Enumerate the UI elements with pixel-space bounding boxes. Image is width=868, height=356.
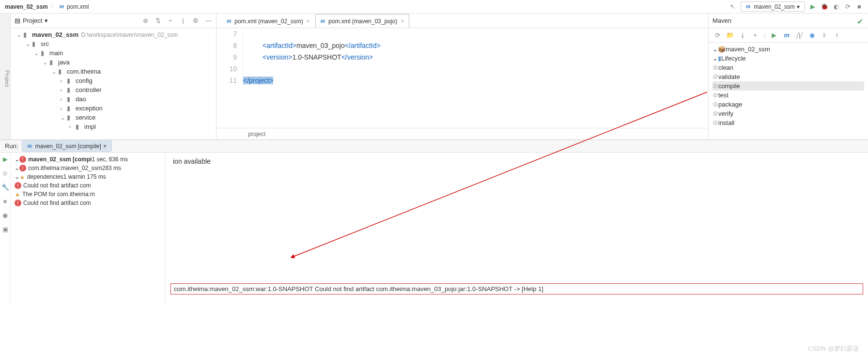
- code-line[interactable]: <artifactId>maven_03_pojo</artifactId>: [263, 40, 381, 51]
- tree-folder[interactable]: exception: [76, 105, 103, 112]
- maven-icon: m: [27, 142, 31, 150]
- add-icon[interactable]: +: [751, 31, 759, 39]
- tree-folder[interactable]: config: [76, 77, 93, 84]
- console-line: ion available: [173, 157, 861, 165]
- tree-folder[interactable]: service: [76, 114, 95, 121]
- separator: |: [179, 17, 187, 25]
- collapse-all-icon[interactable]: ÷: [167, 17, 174, 25]
- collapse-all-icon[interactable]: ⫲: [833, 31, 841, 39]
- tree-java[interactable]: java: [58, 59, 70, 66]
- run-root[interactable]: maven_02_ssm [compi: [28, 156, 92, 163]
- run-config-name: maven_02_ssm: [754, 3, 795, 10]
- maven-panel-title[interactable]: Maven: [713, 17, 731, 24]
- run-button[interactable]: ▶: [809, 3, 817, 11]
- maven-phase-compile[interactable]: compile: [718, 82, 740, 90]
- console-output[interactable]: ion available com.itheima:maven_02_ssm:w…: [166, 153, 868, 304]
- maven-icon: m: [321, 17, 325, 25]
- toggle-offline-icon[interactable]: ⧸|⧸: [795, 31, 803, 39]
- debug-button[interactable]: 🐞: [821, 3, 828, 11]
- tree-project-root[interactable]: maven_02_ssm: [32, 31, 78, 38]
- reload-icon[interactable]: ⟳: [713, 31, 721, 39]
- maven-phase[interactable]: test: [718, 92, 728, 99]
- code-line[interactable]: [263, 63, 381, 75]
- rerun-icon[interactable]: ▶: [3, 155, 8, 163]
- breadcrumb: maven_02_ssm 〉 m pom.xml: [5, 2, 89, 11]
- maven-phase[interactable]: validate: [718, 73, 740, 80]
- breadcrumb-file[interactable]: pom.xml: [67, 3, 89, 10]
- project-panel-header: ▤ Project ▾ ⊕ ⇅ ÷ | ⚙ —: [11, 14, 216, 28]
- close-icon[interactable]: ×: [307, 18, 310, 25]
- maven-phase[interactable]: clean: [718, 64, 733, 71]
- project-tree[interactable]: ⌄▮maven_02_ssmD:\workspace\maven\maven_0…: [11, 28, 216, 139]
- editor-tab-active[interactable]: mpom.xml (maven_03_pojo)×: [315, 14, 409, 28]
- run-module[interactable]: com.itheima:maven_02_ssm: [28, 165, 102, 171]
- run-error-item[interactable]: Could not find artifact com: [23, 200, 91, 206]
- close-icon[interactable]: ×: [401, 18, 404, 25]
- pin-icon[interactable]: ■: [3, 198, 7, 205]
- run-tab[interactable]: mmaven_02_ssm [compile]×: [22, 140, 111, 152]
- toggle-skip-tests-icon[interactable]: ◉: [808, 31, 816, 39]
- maven-phase[interactable]: verify: [718, 110, 733, 117]
- code-line[interactable]: [263, 28, 381, 40]
- tree-main[interactable]: main: [49, 49, 63, 57]
- maven-panel-header: Maven: [709, 14, 868, 28]
- tree-folder[interactable]: dao: [76, 95, 86, 103]
- project-tool-strip[interactable]: Project: [0, 14, 11, 139]
- close-icon[interactable]: ×: [103, 143, 107, 150]
- error-icon: !: [19, 156, 26, 163]
- code-line[interactable]: <version>1.0-SNAPSHOT</version>: [263, 51, 381, 63]
- topbar: maven_02_ssm 〉 m pom.xml ↖ m maven_02_ss…: [0, 0, 868, 14]
- editor-breadcrumb[interactable]: project: [217, 128, 708, 139]
- tree-root-path: D:\workspace\maven\maven_02_ssm: [81, 31, 178, 38]
- maven-icon: m: [746, 3, 750, 10]
- maven-project-node[interactable]: maven_02_ssm: [726, 46, 770, 53]
- run-deps[interactable]: dependencies: [27, 173, 63, 180]
- console-error-highlight[interactable]: com.itheima:maven_02_ssm:war:1.0-SNAPSHO…: [170, 283, 863, 294]
- maven-phase[interactable]: install: [718, 119, 734, 126]
- maven-tree[interactable]: ⌄ 📦 maven_02_ssm ⌄ ▮ Lifecycle ⚙ clean ⚙…: [709, 43, 868, 129]
- stop-icon[interactable]: ⊘: [2, 170, 8, 177]
- project-panel-title[interactable]: ▤ Project ▾: [15, 17, 48, 24]
- select-opened-icon[interactable]: ⊕: [141, 17, 149, 25]
- settings-gear-icon[interactable]: ⚙: [192, 17, 200, 25]
- stop-button[interactable]: ■: [855, 3, 863, 11]
- execute-goal-icon[interactable]: m: [783, 31, 790, 39]
- maven-lifecycle-node[interactable]: Lifecycle: [721, 55, 746, 62]
- generate-sources-icon[interactable]: 📁: [726, 31, 734, 39]
- run-body: ▶ ⊘ 🔧 ■ ◉ ▣ ⌄ !maven_02_ssm [compi 1 sec…: [0, 153, 868, 304]
- expand-all-icon[interactable]: ⇅: [154, 17, 162, 25]
- run-panel-header: Run: mmaven_02_ssm [compile]×: [0, 140, 868, 153]
- project-panel-tools: ⊕ ⇅ ÷ | ⚙ —: [141, 17, 212, 25]
- dropdown-icon: ▾: [45, 17, 48, 24]
- run-warning-item[interactable]: The POM for com.itheima:m: [22, 191, 95, 198]
- maven-panel: Maven ⟳ 📁 ⭳ + | ▶ m ⧸|⧸ ◉ ⫴ ⫲ ⌄ 📦 maven_…: [708, 14, 868, 139]
- error-icon: !: [15, 182, 21, 189]
- code-editor[interactable]: 7891011 <artifactId>maven_03_pojo</artif…: [217, 28, 708, 86]
- settings-wrench-icon[interactable]: 🔧: [1, 184, 9, 191]
- run-tree[interactable]: ⌄ !maven_02_ssm [compi 1 sec, 636 ms ⌄ !…: [11, 153, 166, 304]
- code-line[interactable]: </project>: [243, 75, 381, 86]
- code-lines[interactable]: <artifactId>maven_03_pojo</artifactId> <…: [243, 28, 381, 86]
- run-maven-icon[interactable]: ▶: [770, 31, 778, 39]
- show-icon[interactable]: ◉: [2, 212, 8, 219]
- run-config-selector[interactable]: m maven_02_ssm ▾: [741, 1, 805, 12]
- build-hammer-icon[interactable]: ↖: [729, 3, 737, 11]
- coverage-button[interactable]: ◐: [832, 3, 840, 11]
- watermark: CSDN @梦幻蔚蓝: [808, 344, 859, 353]
- show-dependencies-icon[interactable]: ⫴: [821, 31, 828, 39]
- hide-icon[interactable]: —: [204, 17, 212, 25]
- tree-folder[interactable]: controller: [76, 86, 101, 93]
- layout-icon[interactable]: ▣: [2, 226, 8, 233]
- profile-button[interactable]: ⟳: [844, 3, 852, 11]
- breadcrumb-project[interactable]: maven_02_ssm: [5, 3, 48, 10]
- download-icon[interactable]: ⭳: [739, 31, 746, 39]
- maven-phase[interactable]: package: [718, 101, 742, 108]
- tree-src[interactable]: src: [41, 40, 49, 47]
- run-error-item[interactable]: Could not find artifact com: [23, 182, 91, 189]
- line-gutter: 7891011: [217, 28, 243, 86]
- analysis-ok-icon[interactable]: ✔: [857, 17, 863, 26]
- tree-folder[interactable]: impl: [84, 123, 96, 130]
- maven-icon: m: [227, 17, 231, 25]
- editor-tab[interactable]: mpom.xml (maven_02_ssm)×: [221, 14, 315, 28]
- tree-package[interactable]: com.itheima: [67, 68, 101, 75]
